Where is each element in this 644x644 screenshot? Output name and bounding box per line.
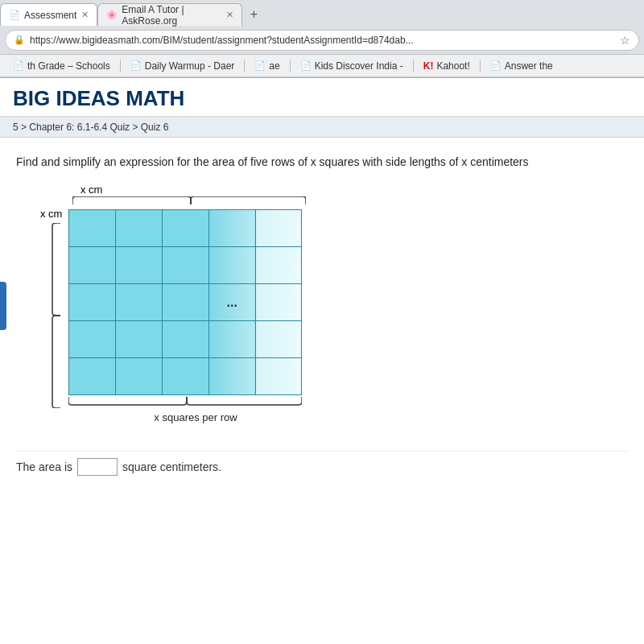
table-row bbox=[69, 321, 302, 358]
grid-cell bbox=[255, 284, 302, 321]
bookmark-warmup-icon: 📄 bbox=[130, 60, 142, 71]
side-tab bbox=[0, 282, 6, 330]
table-row bbox=[69, 358, 302, 395]
site-title: BIG IDEAS MATH bbox=[13, 86, 631, 111]
bookmark-divider-3 bbox=[290, 60, 291, 72]
grid-table: ... bbox=[68, 209, 302, 395]
tab-askrose-icon: 🌸 bbox=[106, 10, 118, 20]
tab-askrose-close[interactable]: ✕ bbox=[226, 10, 233, 20]
grid-cell bbox=[163, 210, 209, 247]
top-label-area: x cm bbox=[72, 184, 306, 206]
breadcrumb-text: 5 > Chapter 6: 6.1-6.4 Quiz > Quiz 6 bbox=[13, 122, 168, 133]
diagram-container: x cm x cm bbox=[40, 184, 306, 423]
bottom-label-container: x squares per row bbox=[85, 411, 306, 423]
top-brace-svg bbox=[72, 196, 306, 206]
tab-assessment-label: Assessment bbox=[24, 10, 76, 21]
diagram-middle: x cm bbox=[40, 208, 306, 408]
answer-prefix: The area is bbox=[16, 460, 72, 473]
grid-cell bbox=[255, 210, 302, 247]
grid-wrapper: ... bbox=[68, 209, 302, 407]
grid-cell bbox=[69, 321, 116, 358]
bookmark-schools-label: th Grade – Schools bbox=[27, 60, 110, 72]
table-row: ... bbox=[69, 284, 302, 321]
bookmark-answer[interactable]: 📄 Answer the bbox=[484, 59, 559, 73]
answer-input[interactable] bbox=[77, 458, 118, 476]
bookmark-ae-label: ae bbox=[269, 60, 279, 72]
grid-cell bbox=[116, 247, 163, 284]
bookmark-divider-1 bbox=[120, 60, 121, 72]
left-brace-svg bbox=[51, 223, 62, 408]
tab-bar: 📄 Assessment ✕ 🌸 Email A Tutor | AskRose… bbox=[0, 0, 644, 26]
grid-cell bbox=[255, 247, 302, 284]
address-bar-row: 🔒 https://www.bigideasmath.com/BIM/stude… bbox=[0, 26, 644, 55]
breadcrumb: 5 > Chapter 6: 6.1-6.4 Quiz > Quiz 6 bbox=[0, 118, 644, 138]
grid-cell bbox=[163, 284, 209, 321]
grid-cell bbox=[163, 247, 209, 284]
bim-header: BIG IDEAS MATH bbox=[0, 78, 644, 118]
grid-cell bbox=[69, 247, 116, 284]
bookmark-answer-icon: 📄 bbox=[490, 60, 502, 71]
tab-assessment-close[interactable]: ✕ bbox=[81, 10, 89, 20]
grid-cell bbox=[163, 321, 209, 358]
bookmark-kahoot[interactable]: K! Kahoot! bbox=[417, 59, 477, 73]
bookmark-schools[interactable]: 📄 th Grade – Schools bbox=[6, 59, 117, 73]
browser-chrome: 📄 Assessment ✕ 🌸 Email A Tutor | AskRose… bbox=[0, 0, 644, 78]
bookmark-schools-icon: 📄 bbox=[13, 60, 24, 71]
bookmark-warmup[interactable]: 📄 Daily Warmup - Daer bbox=[124, 59, 242, 73]
table-row bbox=[69, 247, 302, 284]
bookmark-divider-5 bbox=[480, 60, 481, 72]
bottom-brace-svg bbox=[68, 397, 302, 407]
x-cm-top-label: x cm bbox=[80, 184, 306, 196]
grid-cell bbox=[208, 321, 255, 358]
grid-cell bbox=[69, 210, 116, 247]
tab-assessment-icon: 📄 bbox=[9, 10, 20, 20]
lock-icon: 🔒 bbox=[14, 35, 25, 45]
grid-cell bbox=[116, 210, 163, 247]
address-bar[interactable]: 🔒 https://www.bigideasmath.com/BIM/stude… bbox=[5, 30, 639, 51]
grid-cell bbox=[69, 358, 116, 395]
x-cm-left-label: x cm bbox=[40, 208, 62, 220]
x-squares-per-row-label: x squares per row bbox=[85, 411, 306, 423]
grid-cell bbox=[255, 358, 302, 395]
bookmark-ae-icon: 📄 bbox=[254, 60, 266, 71]
bookmark-kahoot-icon: K! bbox=[423, 60, 434, 72]
tab-assessment[interactable]: 📄 Assessment ✕ bbox=[0, 3, 97, 26]
bookmark-india[interactable]: 📄 Kids Discover India - bbox=[294, 59, 410, 73]
bookmarks-bar: 📄 th Grade – Schools 📄 Daily Warmup - Da… bbox=[0, 55, 644, 77]
bookmark-ae[interactable]: 📄 ae bbox=[248, 59, 286, 73]
question-text: Find and simplify an expression for the … bbox=[16, 154, 628, 171]
grid-cell bbox=[208, 210, 255, 247]
new-tab-button[interactable]: + bbox=[242, 3, 265, 26]
bookmark-india-icon: 📄 bbox=[300, 60, 312, 71]
grid-cell bbox=[69, 284, 116, 321]
bookmark-kahoot-label: Kahoot! bbox=[436, 60, 469, 72]
bookmark-india-label: Kids Discover India - bbox=[315, 60, 403, 72]
bookmark-divider-2 bbox=[244, 60, 245, 72]
table-row bbox=[69, 210, 302, 247]
bookmark-answer-label: Answer the bbox=[505, 60, 553, 72]
main-content: Find and simplify an expression for the … bbox=[0, 138, 644, 490]
grid-cell bbox=[163, 358, 209, 395]
url-text: https://www.bigideasmath.com/BIM/student… bbox=[30, 35, 615, 46]
grid-cell bbox=[208, 358, 255, 395]
ellipsis-cell: ... bbox=[208, 284, 255, 321]
page-content: BIG IDEAS MATH 5 > Chapter 6: 6.1-6.4 Qu… bbox=[0, 78, 644, 644]
answer-suffix: square centimeters. bbox=[122, 460, 221, 473]
tab-askrose-label: Email A Tutor | AskRose.org bbox=[122, 4, 221, 27]
grid-cell bbox=[116, 284, 163, 321]
bookmark-divider-4 bbox=[413, 60, 414, 72]
grid-cell bbox=[255, 321, 302, 358]
left-label-area: x cm bbox=[40, 208, 62, 408]
grid-cell bbox=[116, 358, 163, 395]
grid-cell bbox=[208, 247, 255, 284]
bookmark-star-icon[interactable]: ☆ bbox=[620, 34, 630, 47]
bookmark-warmup-label: Daily Warmup - Daer bbox=[145, 60, 235, 72]
grid-cell bbox=[116, 321, 163, 358]
tab-askrose[interactable]: 🌸 Email A Tutor | AskRose.org ✕ bbox=[97, 3, 242, 26]
answer-row: The area is square centimeters. bbox=[16, 451, 628, 482]
